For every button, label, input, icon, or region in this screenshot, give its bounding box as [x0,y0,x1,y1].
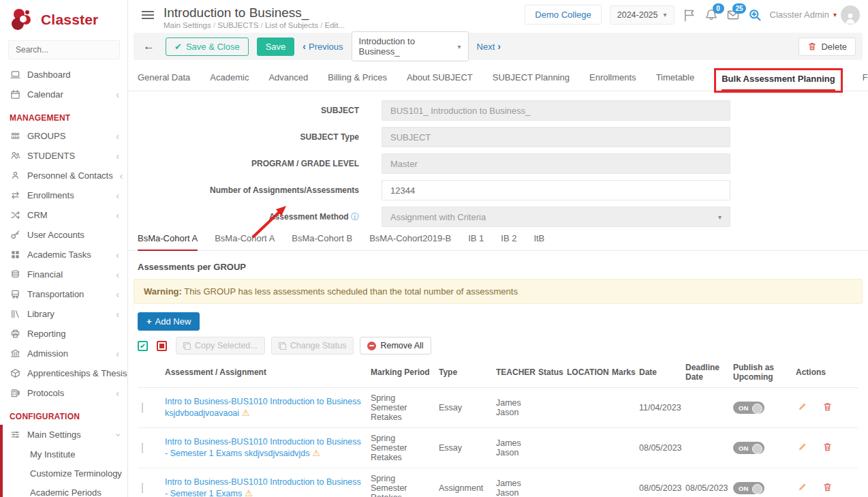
previous-record-link[interactable]: ‹Previous [303,41,343,52]
table-row: Intro to Business-BUS1010 Introduction t… [138,428,858,468]
sidebar-item-transportation[interactable]: Transportation ‹ [0,284,127,304]
add-new-button[interactable]: +Add New [138,312,200,331]
sidebar-item-apprenticeships-thesis[interactable]: Apprenticeships & Thesis ‹ [0,363,127,383]
groups-icon [10,131,20,141]
assessment-link[interactable]: Intro to Business-BUS1010 Introduction t… [165,397,361,418]
select-all-icon[interactable]: ✔ [138,341,148,351]
sidebar-item-main-settings[interactable]: Main Settings ‹ [3,425,127,445]
sidebar-item-personnel-contacts[interactable]: Personnel & Contacts ‹ [0,166,127,185]
sidebar-nav: Dashboard Calendar ‹ MANAGEMENT GROUPS ‹… [0,65,127,497]
delete-trash-icon[interactable] [822,402,833,412]
copy-selected-button[interactable]: Copy Selected... [176,337,265,355]
sidebar-item-customize-terminology[interactable]: Customize Terminology [3,464,127,483]
next-record-link[interactable]: Next› [477,41,501,52]
group-tab-ib2[interactable]: IB 2 [501,233,516,250]
publish-toggle[interactable]: ON [733,402,764,414]
row-checkbox[interactable] [142,442,143,453]
sidebar-item-academic-periods[interactable]: Academic Periods [3,483,127,497]
save-button[interactable]: Save [257,37,295,56]
zoom-search-icon[interactable] [748,8,762,22]
group-tab-ib1[interactable]: IB 1 [468,233,484,250]
delete-trash-icon[interactable] [822,482,833,492]
hamburger-menu-icon[interactable] [142,9,154,21]
publish-toggle[interactable]: ON [733,442,764,454]
sidebar-item-user-accounts[interactable]: User Accounts [0,225,127,245]
user-menu[interactable]: Classter Admin ▾ [770,5,860,25]
table-header-row: Assessment / Assignment Marking Period T… [138,359,858,388]
publish-toggle[interactable]: ON [733,482,764,494]
tab-timetable[interactable]: Timetable [656,72,695,91]
breadcrumb-list-of-subjects[interactable]: List of Subjects [258,21,318,29]
tab-general-data[interactable]: General Data [138,72,190,91]
tab-billing-prices[interactable]: Billing & Prices [328,72,387,91]
sidebar-item-groups[interactable]: GROUPS ‹ [0,126,127,146]
academic-year-select[interactable]: 2024-2025▾ [610,5,675,25]
subject-type-label: SUBJECT Type [128,132,370,142]
group-tab-bsma-cohort-a-active[interactable]: BsMa-Cohort A [138,233,198,251]
assessment-link[interactable]: Intro to Business-BUS1010 Introduction t… [165,477,361,497]
caret-down-icon: ▾ [718,213,722,221]
demo-college-button[interactable]: Demo College [525,5,601,25]
info-icon[interactable]: ⓘ [351,212,359,222]
row-checkbox[interactable] [142,402,143,413]
edit-pencil-icon[interactable] [797,402,807,412]
edit-pencil-icon[interactable] [797,442,807,452]
sidebar-item-my-institute[interactable]: My Institute [3,445,127,464]
avatar[interactable] [841,5,860,25]
chevron-left-icon: ‹ [116,270,119,280]
messages-envelope-icon[interactable]: 25 [726,8,740,22]
sidebar-item-dashboard[interactable]: Dashboard [0,65,127,85]
tab-enrollments[interactable]: Enrollments [589,72,636,91]
page-title: Introduction to Business_ [164,5,345,20]
save-and-close-button[interactable]: ✔Save & Close [166,37,249,56]
assessment-link[interactable]: Intro to Business-BUS1010 Introduction t… [165,437,361,458]
row-checkbox[interactable] [142,483,143,494]
sidebar-item-library[interactable]: Library ‹ [0,304,127,324]
top-header: Introduction to Business_ Main SettingsS… [128,0,868,31]
sidebar-item-enrollments[interactable]: Enrollments ‹ [0,185,127,205]
tab-academic[interactable]: Academic [210,72,249,91]
sidebar-item-protocols[interactable]: Protocols ‹ [0,383,127,403]
group-tab-itb[interactable]: ItB [533,233,544,250]
sidebar-item-students[interactable]: STUDENTS ‹ [0,146,127,166]
notifications-bell-icon[interactable]: 0 [704,8,718,22]
tab-bulk-assessment-planning[interactable]: Bulk Assessment Planning [714,68,842,93]
back-button[interactable]: ← [140,40,157,53]
brand[interactable]: Classter [0,0,127,37]
sidebar-item-financial[interactable]: Financial ‹ [0,265,127,284]
sidebar-item-academic-tasks[interactable]: Academic Tasks ‹ [0,245,127,265]
breadcrumb-subjects[interactable]: SUBJECTS [211,21,259,29]
main-content: Introduction to Business_ Main SettingsS… [128,0,868,497]
tab-files-links[interactable]: Files & Links [863,72,868,91]
assessment-method-select[interactable]: Assignment with Criteria▾ [382,207,730,227]
trash-icon [807,42,817,51]
assignments-count-input[interactable] [382,180,730,200]
edit-pencil-icon[interactable] [797,482,807,492]
tab-subject-planning[interactable]: SUBJECT Planning [493,72,570,91]
breadcrumb-main-settings[interactable]: Main Settings [164,21,211,29]
sidebar-item-admission[interactable]: Admission ‹ [0,344,127,363]
remove-all-button[interactable]: Remove All [360,337,431,355]
chevron-left-icon: ‹ [116,310,119,319]
bank-icon [10,348,20,359]
group-tab-bsma-cohort-a[interactable]: BsMa-Cohort A [215,233,275,250]
sidebar-section-configuration: CONFIGURATION [0,403,127,425]
group-tab-bsma-cohort2019-b[interactable]: BsMA-Cohort2019-B [369,233,451,250]
record-select[interactable]: Introduction to Business_▾ [352,31,469,61]
group-tab-bsma-cohort-b[interactable]: BsMa-Cohort B [292,233,352,250]
chevron-left-icon: ‹ [116,389,119,398]
search-input[interactable] [8,40,120,59]
ledger-icon [10,388,20,398]
flag-icon[interactable] [683,8,696,22]
subject-label: SUBJECT [128,106,370,115]
chevron-left-icon: ‹ [116,290,119,299]
change-status-button[interactable]: Change Status [271,337,354,355]
sidebar-item-calendar[interactable]: Calendar ‹ [0,85,127,104]
delete-button[interactable]: Delete [799,37,856,56]
sidebar-item-reporting[interactable]: Reporting [0,324,127,344]
tab-advanced[interactable]: Advanced [268,72,308,91]
sidebar-item-crm[interactable]: CRM ‹ [0,205,127,225]
tab-about-subject[interactable]: About SUBJECT [407,72,473,91]
delete-trash-icon[interactable] [822,442,833,452]
deselect-all-icon[interactable] [157,341,167,351]
